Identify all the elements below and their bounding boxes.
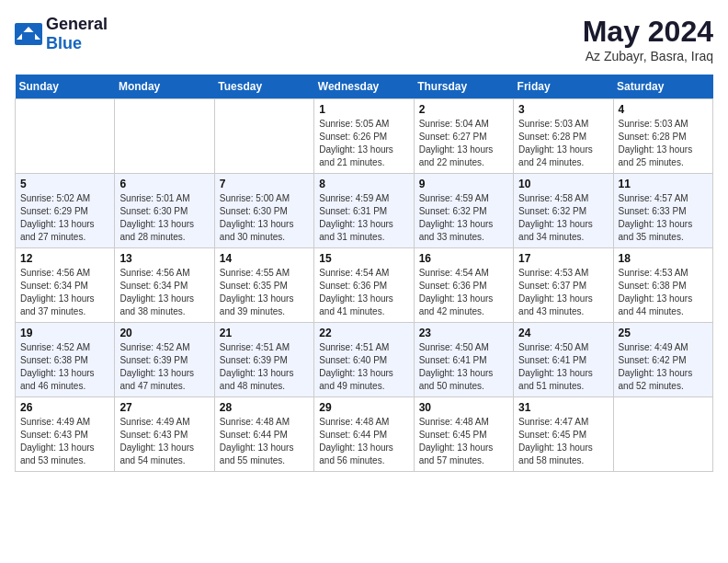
title-area: May 2024 Az Zubayr, Basra, Iraq bbox=[583, 15, 713, 63]
logo-icon bbox=[15, 23, 42, 45]
day-number: 12 bbox=[20, 252, 109, 265]
day-number: 1 bbox=[319, 103, 408, 116]
calendar-day-cell: 9Sunrise: 4:59 AM Sunset: 6:32 PM Daylig… bbox=[414, 174, 513, 248]
day-number: 25 bbox=[619, 327, 708, 339]
calendar-day-cell: 4Sunrise: 5:03 AM Sunset: 6:28 PM Daylig… bbox=[613, 99, 712, 174]
day-of-week-header: Tuesday bbox=[214, 75, 313, 99]
day-of-week-header: Saturday bbox=[613, 75, 712, 99]
calendar-day-cell bbox=[115, 99, 214, 174]
day-number: 7 bbox=[220, 178, 309, 190]
day-info: Sunrise: 4:53 AM Sunset: 6:38 PM Dayligh… bbox=[619, 267, 708, 318]
day-number: 24 bbox=[518, 327, 608, 339]
calendar-week-row: 1Sunrise: 5:05 AM Sunset: 6:26 PM Daylig… bbox=[16, 99, 713, 174]
page-subtitle: Az Zubayr, Basra, Iraq bbox=[583, 49, 713, 63]
day-info: Sunrise: 4:49 AM Sunset: 6:43 PM Dayligh… bbox=[119, 416, 209, 467]
day-info: Sunrise: 5:03 AM Sunset: 6:28 PM Dayligh… bbox=[619, 118, 708, 169]
day-info: Sunrise: 4:56 AM Sunset: 6:34 PM Dayligh… bbox=[119, 267, 209, 318]
calendar-week-row: 12Sunrise: 4:56 AM Sunset: 6:34 PM Dayli… bbox=[16, 248, 713, 323]
day-info: Sunrise: 5:02 AM Sunset: 6:29 PM Dayligh… bbox=[20, 192, 109, 244]
day-info: Sunrise: 4:50 AM Sunset: 6:41 PM Dayligh… bbox=[518, 341, 608, 393]
day-info: Sunrise: 4:48 AM Sunset: 6:45 PM Dayligh… bbox=[419, 416, 508, 467]
day-info: Sunrise: 4:57 AM Sunset: 6:33 PM Dayligh… bbox=[619, 192, 708, 244]
day-of-week-header: Thursday bbox=[414, 75, 513, 99]
day-number: 30 bbox=[419, 401, 508, 414]
day-info: Sunrise: 4:52 AM Sunset: 6:38 PM Dayligh… bbox=[20, 341, 109, 393]
day-number: 31 bbox=[518, 401, 608, 414]
day-of-week-header: Wednesday bbox=[314, 75, 414, 99]
day-info: Sunrise: 4:54 AM Sunset: 6:36 PM Dayligh… bbox=[319, 267, 408, 318]
logo: General Blue bbox=[15, 15, 108, 53]
day-info: Sunrise: 5:04 AM Sunset: 6:27 PM Dayligh… bbox=[419, 118, 508, 169]
calendar-day-cell: 14Sunrise: 4:55 AM Sunset: 6:35 PM Dayli… bbox=[214, 248, 313, 323]
calendar-week-row: 19Sunrise: 4:52 AM Sunset: 6:38 PM Dayli… bbox=[16, 323, 713, 397]
calendar-day-cell: 30Sunrise: 4:48 AM Sunset: 6:45 PM Dayli… bbox=[414, 397, 513, 472]
calendar-day-cell: 1Sunrise: 5:05 AM Sunset: 6:26 PM Daylig… bbox=[314, 99, 414, 174]
day-of-week-header: Monday bbox=[115, 75, 214, 99]
calendar-table: SundayMondayTuesdayWednesdayThursdayFrid… bbox=[15, 75, 713, 472]
calendar-day-cell: 21Sunrise: 4:51 AM Sunset: 6:39 PM Dayli… bbox=[214, 323, 313, 397]
day-info: Sunrise: 4:58 AM Sunset: 6:32 PM Dayligh… bbox=[518, 192, 608, 244]
day-number: 6 bbox=[119, 178, 209, 190]
calendar-day-cell: 3Sunrise: 5:03 AM Sunset: 6:28 PM Daylig… bbox=[514, 99, 613, 174]
calendar-day-cell: 31Sunrise: 4:47 AM Sunset: 6:45 PM Dayli… bbox=[514, 397, 613, 472]
calendar-day-cell: 11Sunrise: 4:57 AM Sunset: 6:33 PM Dayli… bbox=[613, 174, 712, 248]
day-info: Sunrise: 4:47 AM Sunset: 6:45 PM Dayligh… bbox=[518, 416, 608, 467]
day-number: 15 bbox=[319, 252, 408, 265]
day-number: 29 bbox=[319, 401, 408, 414]
calendar-week-row: 26Sunrise: 4:49 AM Sunset: 6:43 PM Dayli… bbox=[16, 397, 713, 472]
day-number: 20 bbox=[119, 327, 209, 339]
calendar-day-cell: 10Sunrise: 4:58 AM Sunset: 6:32 PM Dayli… bbox=[514, 174, 613, 248]
calendar-day-cell: 5Sunrise: 5:02 AM Sunset: 6:29 PM Daylig… bbox=[16, 174, 115, 248]
calendar-week-row: 5Sunrise: 5:02 AM Sunset: 6:29 PM Daylig… bbox=[16, 174, 713, 248]
page-title: May 2024 bbox=[583, 15, 713, 49]
logo-blue-text: Blue bbox=[46, 34, 82, 52]
day-of-week-header: Sunday bbox=[16, 75, 115, 99]
day-number: 22 bbox=[319, 327, 408, 339]
calendar-day-cell bbox=[613, 397, 712, 472]
day-info: Sunrise: 4:48 AM Sunset: 6:44 PM Dayligh… bbox=[220, 416, 309, 467]
calendar-day-cell bbox=[214, 99, 313, 174]
day-number: 10 bbox=[518, 178, 608, 190]
day-number: 27 bbox=[119, 401, 209, 414]
calendar-day-cell: 27Sunrise: 4:49 AM Sunset: 6:43 PM Dayli… bbox=[115, 397, 214, 472]
day-number: 5 bbox=[20, 178, 109, 190]
day-info: Sunrise: 4:51 AM Sunset: 6:39 PM Dayligh… bbox=[220, 341, 309, 393]
day-info: Sunrise: 4:59 AM Sunset: 6:32 PM Dayligh… bbox=[419, 192, 508, 244]
day-info: Sunrise: 4:52 AM Sunset: 6:39 PM Dayligh… bbox=[119, 341, 209, 393]
calendar-day-cell: 17Sunrise: 4:53 AM Sunset: 6:37 PM Dayli… bbox=[514, 248, 613, 323]
calendar-day-cell: 19Sunrise: 4:52 AM Sunset: 6:38 PM Dayli… bbox=[16, 323, 115, 397]
day-info: Sunrise: 4:49 AM Sunset: 6:43 PM Dayligh… bbox=[20, 416, 109, 467]
day-number: 2 bbox=[419, 103, 508, 116]
day-info: Sunrise: 5:05 AM Sunset: 6:26 PM Dayligh… bbox=[319, 118, 408, 169]
day-info: Sunrise: 5:00 AM Sunset: 6:30 PM Dayligh… bbox=[220, 192, 309, 244]
day-number: 3 bbox=[518, 103, 608, 116]
day-info: Sunrise: 4:54 AM Sunset: 6:36 PM Dayligh… bbox=[419, 267, 508, 318]
day-number: 13 bbox=[119, 252, 209, 265]
calendar-header-row: SundayMondayTuesdayWednesdayThursdayFrid… bbox=[16, 75, 713, 99]
day-info: Sunrise: 4:49 AM Sunset: 6:42 PM Dayligh… bbox=[619, 341, 708, 393]
calendar-day-cell: 28Sunrise: 4:48 AM Sunset: 6:44 PM Dayli… bbox=[214, 397, 313, 472]
calendar-day-cell: 15Sunrise: 4:54 AM Sunset: 6:36 PM Dayli… bbox=[314, 248, 414, 323]
day-number: 9 bbox=[419, 178, 508, 190]
day-info: Sunrise: 4:50 AM Sunset: 6:41 PM Dayligh… bbox=[419, 341, 508, 393]
calendar-day-cell: 26Sunrise: 4:49 AM Sunset: 6:43 PM Dayli… bbox=[16, 397, 115, 472]
calendar-day-cell: 16Sunrise: 4:54 AM Sunset: 6:36 PM Dayli… bbox=[414, 248, 513, 323]
day-number: 28 bbox=[220, 401, 309, 414]
day-info: Sunrise: 4:55 AM Sunset: 6:35 PM Dayligh… bbox=[220, 267, 309, 318]
day-number: 21 bbox=[220, 327, 309, 339]
day-number: 19 bbox=[20, 327, 109, 339]
calendar-day-cell bbox=[16, 99, 115, 174]
calendar-day-cell: 6Sunrise: 5:01 AM Sunset: 6:30 PM Daylig… bbox=[115, 174, 214, 248]
calendar-day-cell: 18Sunrise: 4:53 AM Sunset: 6:38 PM Dayli… bbox=[613, 248, 712, 323]
calendar-day-cell: 24Sunrise: 4:50 AM Sunset: 6:41 PM Dayli… bbox=[514, 323, 613, 397]
calendar-day-cell: 29Sunrise: 4:48 AM Sunset: 6:44 PM Dayli… bbox=[314, 397, 414, 472]
day-info: Sunrise: 4:48 AM Sunset: 6:44 PM Dayligh… bbox=[319, 416, 408, 467]
calendar-day-cell: 20Sunrise: 4:52 AM Sunset: 6:39 PM Dayli… bbox=[115, 323, 214, 397]
day-number: 17 bbox=[518, 252, 608, 265]
header: General Blue May 2024 Az Zubayr, Basra, … bbox=[15, 15, 713, 63]
day-info: Sunrise: 4:53 AM Sunset: 6:37 PM Dayligh… bbox=[518, 267, 608, 318]
day-number: 11 bbox=[619, 178, 708, 190]
calendar-day-cell: 23Sunrise: 4:50 AM Sunset: 6:41 PM Dayli… bbox=[414, 323, 513, 397]
day-number: 16 bbox=[419, 252, 508, 265]
calendar-day-cell: 12Sunrise: 4:56 AM Sunset: 6:34 PM Dayli… bbox=[16, 248, 115, 323]
